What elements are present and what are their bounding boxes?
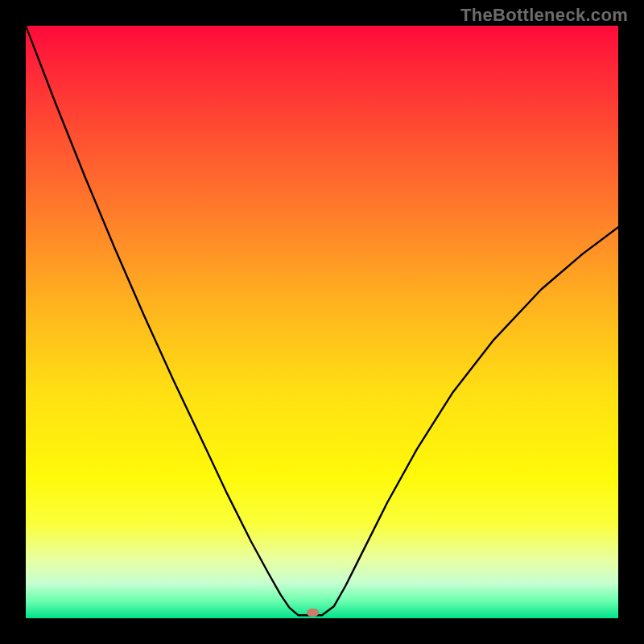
bottleneck-curve	[26, 26, 618, 618]
chart-frame: TheBottleneck.com	[0, 0, 644, 644]
optimum-marker	[307, 609, 319, 617]
plot-area	[26, 26, 618, 618]
watermark-text: TheBottleneck.com	[460, 5, 628, 26]
